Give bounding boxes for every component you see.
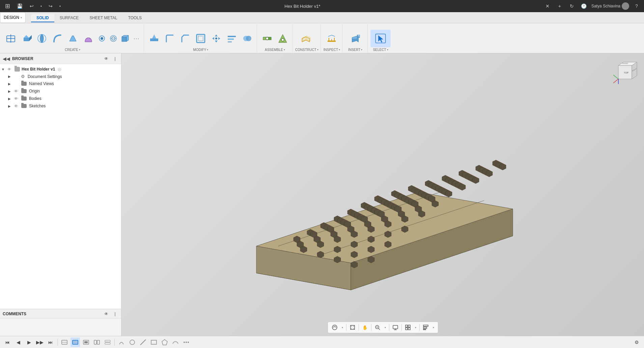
tab-solid[interactable]: SOLID xyxy=(31,14,54,22)
joint-btn[interactable] xyxy=(260,30,275,47)
tree-arrow-root[interactable]: ▼ xyxy=(1,68,6,71)
tree-eye-sketches[interactable]: 👁 xyxy=(14,104,20,108)
clock-btn[interactable]: 🕐 xyxy=(579,1,589,11)
insert-btn[interactable] xyxy=(345,30,365,47)
orbit-arrow[interactable]: ▾ xyxy=(340,323,345,332)
tree-eye-origin[interactable]: 👁 xyxy=(14,89,20,93)
view-options-arrow[interactable]: ▾ xyxy=(431,323,436,332)
new-tab-btn[interactable]: + xyxy=(555,1,564,11)
frame-type-2[interactable] xyxy=(71,338,80,347)
arc-btn[interactable] xyxy=(117,338,126,347)
chamfer-btn[interactable] xyxy=(178,30,193,47)
tree-eye-root[interactable]: 👁 xyxy=(7,67,13,71)
tab-sheet-metal[interactable]: SHEET METAL xyxy=(84,14,122,22)
prev-btn[interactable]: ◀ xyxy=(13,338,23,347)
play-btn[interactable]: ▶ xyxy=(24,338,34,347)
browser-options-btn[interactable]: | xyxy=(112,55,118,62)
line-btn[interactable] xyxy=(138,338,148,347)
zoom-arrow[interactable]: ▾ xyxy=(383,323,388,332)
move-btn[interactable] xyxy=(209,30,224,47)
combine-btn[interactable] xyxy=(240,30,255,47)
select-label[interactable]: SELECT ▾ xyxy=(373,48,388,52)
frame-type-3[interactable] xyxy=(81,338,91,347)
tree-item-origin[interactable]: ▶ 👁 Origin xyxy=(0,87,121,95)
tab-surface[interactable]: SURFACE xyxy=(54,14,84,22)
revolve-btn[interactable] xyxy=(34,30,49,47)
redo-arrow[interactable]: ▾ xyxy=(58,1,62,11)
comments-options-btn[interactable]: | xyxy=(112,311,118,317)
insert-label[interactable]: INSERT ▾ xyxy=(348,48,363,52)
pan-btn[interactable]: ✋ xyxy=(360,323,370,332)
modify-label[interactable]: MODIFY ▾ xyxy=(193,48,208,52)
hole-btn[interactable] xyxy=(96,33,107,44)
circle-btn[interactable] xyxy=(128,338,137,347)
offset-plane-btn[interactable] xyxy=(297,30,317,47)
tree-arrow-named[interactable]: ▶ xyxy=(8,82,13,86)
frame-type-4[interactable] xyxy=(92,338,102,347)
poly-btn[interactable] xyxy=(160,338,169,347)
as-built-joint-btn[interactable] xyxy=(275,30,290,47)
skip-end-btn[interactable]: ⏭ xyxy=(46,338,55,347)
svg-rect-176 xyxy=(408,325,410,327)
viewport[interactable]: TOP RIGHT FRONT ▾ xyxy=(121,53,644,336)
construct-label[interactable]: CONSTRUCT ▾ xyxy=(295,48,318,52)
grid-btn[interactable] xyxy=(403,323,413,332)
measure-btn[interactable] xyxy=(324,30,339,47)
settings-btn[interactable]: ⚙ xyxy=(632,338,641,347)
more-shapes-btn[interactable] xyxy=(181,338,191,347)
rib-btn[interactable] xyxy=(81,30,96,47)
redo-btn[interactable]: ↪ xyxy=(46,1,55,11)
undo-arrow[interactable]: ▾ xyxy=(39,1,43,11)
browser-eye-btn[interactable]: 👁 xyxy=(103,55,110,62)
tree-arrow-bodies[interactable]: ▶ xyxy=(8,97,13,101)
close-btn[interactable]: ✕ xyxy=(543,1,552,11)
loft-btn[interactable] xyxy=(65,30,80,47)
inspect-label[interactable]: INSPECT ▾ xyxy=(324,48,340,52)
select-btn[interactable] xyxy=(370,30,391,47)
shell-btn[interactable] xyxy=(193,30,208,47)
tree-arrow-sketches[interactable]: ▶ xyxy=(8,104,13,108)
tree-item-named-views[interactable]: ▶ 👁 Named Views xyxy=(0,80,121,87)
design-btn[interactable]: DESIGN ▾ xyxy=(0,12,26,23)
tree-eye-bodies[interactable]: 👁 xyxy=(14,97,20,101)
align-btn[interactable] xyxy=(224,30,239,47)
help-btn[interactable]: ? xyxy=(632,1,641,11)
tree-item-root[interactable]: ▼ 👁 Hex Bit Holder v1 ◎ xyxy=(0,65,121,73)
next-btn[interactable]: ▶▶ xyxy=(35,338,45,347)
sweep-btn[interactable] xyxy=(50,30,65,47)
tree-item-doc-settings[interactable]: ▶ 👁 ⚙ Document Settings xyxy=(0,73,121,80)
save-btn[interactable]: 💾 xyxy=(15,1,24,11)
fillet-btn[interactable] xyxy=(162,30,177,47)
create-label[interactable]: CREATE ▾ xyxy=(65,48,80,52)
skip-start-btn[interactable]: ⏮ xyxy=(3,338,12,347)
tree-item-bodies[interactable]: ▶ 👁 Bodies xyxy=(0,95,121,102)
comments-eye-btn[interactable]: 👁 xyxy=(103,311,110,317)
extrude-btn[interactable] xyxy=(19,30,34,47)
new-component-btn[interactable] xyxy=(3,30,18,47)
tree-arrow-origin[interactable]: ▶ xyxy=(8,89,13,93)
tree-item-sketches[interactable]: ▶ 👁 Sketches xyxy=(0,102,121,110)
thread-btn[interactable] xyxy=(108,33,119,44)
app-menu-btn[interactable]: ⊞ xyxy=(3,1,12,11)
box-btn[interactable] xyxy=(119,33,130,44)
press-pull-btn[interactable] xyxy=(147,30,162,47)
fit-btn[interactable] xyxy=(348,323,357,332)
nav-cube[interactable]: TOP RIGHT FRONT xyxy=(612,59,639,86)
undo-btn[interactable]: ↩ xyxy=(27,1,36,11)
update-btn[interactable]: ↻ xyxy=(567,1,577,11)
zoom-btn[interactable] xyxy=(373,323,382,332)
frame-type-1[interactable] xyxy=(60,338,69,347)
more-btn[interactable]: ⋯ xyxy=(131,33,142,44)
browser-collapse-btn[interactable]: ◀◀ xyxy=(3,56,10,61)
orbit-btn[interactable] xyxy=(330,323,339,332)
frame-type-5[interactable] xyxy=(103,338,112,347)
grid-arrow[interactable]: ▾ xyxy=(413,323,418,332)
view-options-btn[interactable] xyxy=(421,323,430,332)
display-mode-btn[interactable] xyxy=(391,323,400,332)
spline-btn[interactable] xyxy=(171,338,180,347)
canvas-area: TOP RIGHT FRONT ▾ xyxy=(121,53,644,336)
tab-tools[interactable]: TOOLS xyxy=(123,14,147,22)
assemble-label[interactable]: ASSEMBLE ▾ xyxy=(265,48,285,52)
tree-arrow-doc[interactable]: ▶ xyxy=(8,75,13,78)
rect-btn[interactable] xyxy=(149,338,159,347)
